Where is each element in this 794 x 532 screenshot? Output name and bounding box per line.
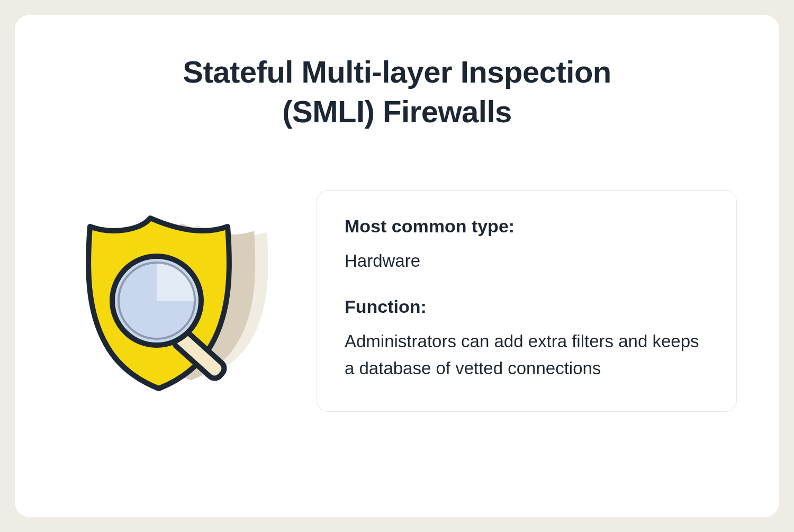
section-value-function: Administrators can add extra filters and…	[345, 328, 709, 382]
section-label-function: Function:	[345, 296, 709, 317]
details-panel: Most common type: Hardware Function: Adm…	[317, 190, 737, 412]
shield-magnifier-icon	[57, 200, 290, 401]
info-card: Stateful Multi-layer Inspection (SMLI) F…	[15, 15, 779, 517]
card-title: Stateful Multi-layer Inspection (SMLI) F…	[159, 52, 635, 132]
card-content: Most common type: Hardware Function: Adm…	[57, 190, 737, 412]
section-label-type: Most common type:	[345, 216, 709, 237]
section-value-type: Hardware	[345, 247, 709, 274]
